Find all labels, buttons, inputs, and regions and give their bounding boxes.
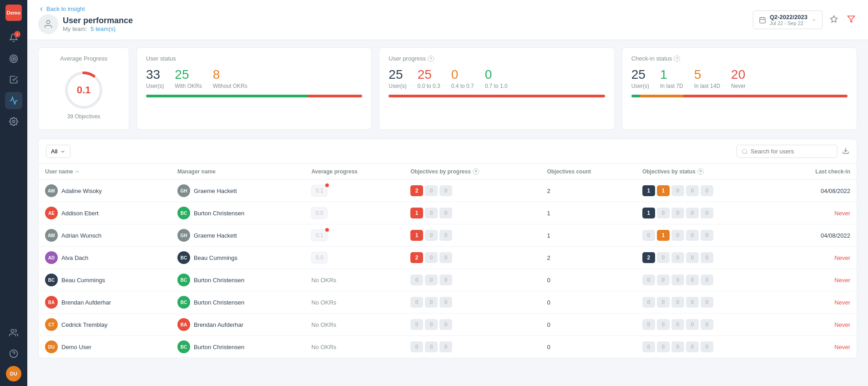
obj-by-status-cell: 01000 <box>636 224 777 247</box>
sidebar-logo[interactable]: Demo <box>5 5 22 21</box>
user-name[interactable]: Alva Dach <box>61 254 88 261</box>
obj-count-cell: 0 <box>540 291 636 314</box>
sidebar-item-tasks[interactable] <box>5 71 22 88</box>
obj-pill: 1 <box>410 230 423 241</box>
range2: 0 0.4 to 0.7 <box>451 67 474 89</box>
obj-count-cell: 2 <box>540 247 636 269</box>
obj-pill: 0 <box>439 274 452 285</box>
page-subtitle: My team: 5 team(s) <box>63 25 133 32</box>
user-name[interactable]: Adaline Wisoky <box>61 188 102 194</box>
avg-progress-cell: No OKRs <box>305 269 404 291</box>
status-pill: 1 <box>642 208 655 218</box>
col-manager-name[interactable]: Manager name <box>171 164 305 180</box>
obj-by-progress-cell: 000 <box>404 336 540 358</box>
col-obj-by-progress[interactable]: Objectives by progress ? <box>404 164 540 180</box>
checkin-users: 25 User(s) <box>631 67 649 89</box>
status-pill: 0 <box>671 274 684 285</box>
user-status-title: User status <box>146 55 362 62</box>
status-pill: 1 <box>657 230 670 241</box>
last-checkin-cell: Never <box>777 336 857 358</box>
progress-pill: 0.0 <box>311 207 328 219</box>
obj-pill: 0 <box>439 252 452 263</box>
no-okrs-label: No OKRs <box>311 277 336 284</box>
status-pill: 0 <box>701 319 713 330</box>
user-name[interactable]: Adrian Wunsch <box>61 232 101 239</box>
user-name[interactable]: Brendan Aufderhar <box>61 299 111 306</box>
user-cell: CTCedrick Tremblay <box>45 318 165 331</box>
bar-green <box>146 95 308 97</box>
with-okrs: 25 With OKRs <box>175 67 202 89</box>
sidebar-item-analytics[interactable] <box>5 92 22 109</box>
checkin-title: Check-in status <box>631 55 672 62</box>
obj-pill: 0 <box>425 208 438 218</box>
col-user-name[interactable]: User name <box>39 164 171 180</box>
user-name[interactable]: Addison Ebert <box>61 210 99 217</box>
circle-container: 0.1 <box>63 70 104 111</box>
obj-status-info-icon[interactable]: ? <box>697 168 704 175</box>
checkin-info-icon[interactable]: ? <box>674 56 680 62</box>
manager-avatar: BC <box>177 340 190 353</box>
obj-by-status-cell: 00000 <box>636 314 777 336</box>
star-button[interactable] <box>828 13 840 26</box>
sidebar-item-targets[interactable] <box>5 50 22 67</box>
date-selector[interactable]: Q2-2022/2023 Jul 22 - Sep 22 <box>753 10 823 29</box>
user-name[interactable]: Beau Cummings <box>61 277 105 284</box>
users-table: User name Manager name Average progress … <box>39 164 857 358</box>
col-obj-count[interactable]: Objectives count <box>540 164 636 180</box>
filter-button[interactable] <box>845 13 857 26</box>
user-avatar[interactable]: DU <box>6 366 21 381</box>
filter-all-button[interactable]: All <box>46 145 71 158</box>
svg-marker-12 <box>831 16 838 22</box>
user-name[interactable]: Demo User <box>61 344 91 350</box>
status-pill: 0 <box>671 319 684 330</box>
obj-pill: 0 <box>439 297 452 308</box>
objectives-subtitle: 39 Objectives <box>67 113 101 120</box>
checkin-never: 20 Never <box>731 67 746 89</box>
manager-avatar: GH <box>177 184 190 197</box>
user-progress-bar <box>389 95 605 97</box>
table-row: BABrendan AufderharBCBurton ChristensenN… <box>39 291 857 314</box>
page-title: User performance <box>63 16 133 25</box>
obj-by-status-cell: 10000 <box>636 202 777 224</box>
sidebar: Demo 1 DU <box>0 0 27 386</box>
sidebar-item-notifications[interactable]: 1 <box>5 29 22 46</box>
user-progress-info-icon[interactable]: ? <box>428 56 434 62</box>
svg-point-16 <box>742 149 747 153</box>
search-input[interactable] <box>751 148 833 155</box>
no-okrs-label: No OKRs <box>311 321 336 328</box>
notification-badge: 1 <box>14 31 20 37</box>
user-name[interactable]: Cedrick Tremblay <box>61 321 107 328</box>
status-pill: 1 <box>642 185 655 196</box>
obj-pill: 0 <box>439 319 452 330</box>
checkin-status-card: Check-in status ? 25 User(s) 1 In last 7… <box>622 47 857 130</box>
team-link[interactable]: 5 team(s) <box>91 25 116 32</box>
last-checkin-cell: Never <box>777 314 857 336</box>
obj-count-cell: 2 <box>540 180 636 202</box>
sidebar-item-settings[interactable] <box>5 113 22 130</box>
status-pill: 0 <box>701 274 713 285</box>
obj-progress-info-icon[interactable]: ? <box>473 168 479 175</box>
status-pill: 0 <box>671 185 684 196</box>
col-last-checkin[interactable]: Last check-in <box>777 164 857 180</box>
manager-name: Burton Christensen <box>194 344 244 350</box>
back-link[interactable]: Back to insight <box>38 5 133 12</box>
sidebar-item-help[interactable] <box>5 345 22 362</box>
col-obj-by-status[interactable]: Objectives by status ? <box>636 164 777 180</box>
sidebar-item-team[interactable] <box>5 324 22 341</box>
table-row: AWAdrian WunschGHGraeme Hackett0.1100101… <box>39 224 857 247</box>
status-pill: 0 <box>701 297 713 308</box>
bar-red <box>308 95 362 97</box>
table-row: DUDemo UserBCBurton ChristensenNo OKRs00… <box>39 336 857 358</box>
status-pill: 0 <box>671 230 684 241</box>
progress-pill: 0.0 <box>311 252 328 264</box>
col-avg-progress[interactable]: Average progress <box>305 164 404 180</box>
download-button[interactable] <box>842 147 849 156</box>
obj-by-status-cell: 00000 <box>636 336 777 358</box>
obj-count-cell: 0 <box>540 269 636 291</box>
status-pill: 0 <box>701 252 713 263</box>
status-pill: 0 <box>686 341 699 352</box>
manager-cell: BCBeau Cummings <box>177 251 298 264</box>
page-header: Back to insight User performance My team… <box>27 0 868 40</box>
obj-count-cell: 0 <box>540 336 636 358</box>
table-row: CTCedrick TremblayBABrendan AufderharNo … <box>39 314 857 336</box>
